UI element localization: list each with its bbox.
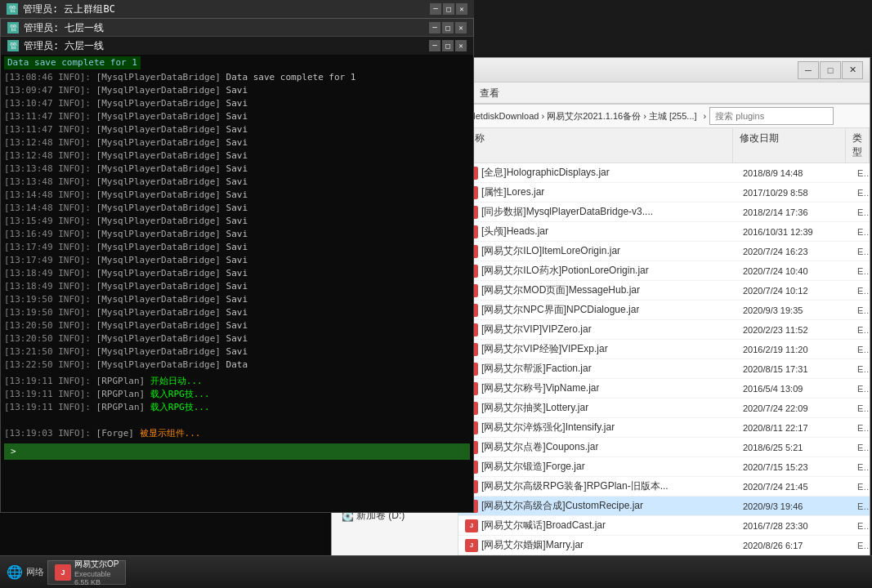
table-row[interactable]: J[网易艾尔NPC界面]NPCDialogue.jar2020/9/3 19:3…: [458, 301, 870, 320]
table-row[interactable]: J[网易艾尔喊话]BroadCast.jar2016/7/28 23:30Exe…: [458, 516, 870, 536]
file-type-cell: Executable Jar File: [851, 225, 870, 239]
terminal2-titlebar[interactable]: 管 管理员: 七层一线 ─ □ ✕: [1, 19, 473, 37]
table-row[interactable]: J[网易艾尔VIP]VIPZero.jar2020/2/23 11:52Exec…: [458, 320, 870, 340]
file-list: 名称 修改日期 类型 J[全息]HolographicDisplays.jar2…: [458, 128, 870, 569]
terminal3-titlebar[interactable]: 管 管理员: 六层一线 ─ □ ✕: [1, 37, 473, 55]
terminal-main-title: 管理员: 云上群组BC: [23, 2, 115, 16]
file-name-cell: J[网易艾尔MOD页面]MessageHub.jar: [458, 281, 736, 300]
file-date-cell: 2020/2/23 11:52: [736, 323, 851, 337]
table-row[interactable]: J[网易艾尔淬炼强化]Intensify.jar2020/8/11 22:17E…: [458, 418, 870, 438]
t3-close[interactable]: ✕: [455, 40, 467, 51]
table-row[interactable]: J[网易艾尔锻造]Forge.jar2020/7/15 15:23Executa…: [458, 457, 870, 477]
terminal2-title: 管理员: 七层一线: [24, 21, 104, 35]
file-type-cell: Executable Jar File: [851, 264, 870, 278]
file-name-text: [网易艾尔婚姻]Marry.jar: [481, 538, 584, 552]
table-row[interactable]: J[网易艾尔MOD页面]MessageHub.jar2020/7/24 10:1…: [458, 281, 870, 301]
file-name-text: [网易艾尔高级RPG装备]RPGPlan-旧版本...: [481, 479, 669, 493]
file-date-cell: 2018/8/9 14:48: [736, 166, 851, 180]
explorer-minimize-btn[interactable]: ─: [798, 61, 819, 79]
table-row[interactable]: J[全息]HolographicDisplays.jar2018/8/9 14:…: [458, 163, 870, 183]
file-name-text: [网易艾尔MOD页面]MessageHub.jar: [481, 283, 640, 297]
file-type-cell: Executable Jar File: [851, 166, 870, 180]
file-date-cell: 2016/2/19 11:20: [736, 342, 851, 357]
file-name-cell: J[网易艾尔帮派]Faction.jar: [458, 359, 736, 378]
col-header-date[interactable]: 修改日期: [733, 128, 846, 163]
taskbar-java-btn[interactable]: J 网易艾尔OP Executable 6.55 KB: [47, 560, 126, 585]
tab-view[interactable]: 查看: [467, 82, 512, 104]
file-date-cell: 2016/5/4 13:09: [736, 381, 851, 396]
table-row[interactable]: J[网易艾尔帮派]Faction.jar2020/8/15 17:31Execu…: [458, 359, 870, 379]
file-date-cell: 2017/10/29 8:58: [736, 185, 851, 200]
table-row[interactable]: J[网易艾尔婚姻]Marry.jar2020/8/26 6:17Executab…: [458, 536, 870, 555]
file-date-cell: 2020/8/11 22:17: [736, 421, 851, 435]
t2-close[interactable]: ✕: [455, 22, 467, 33]
file-name-text: [头颅]Heads.jar: [481, 225, 548, 238]
maximize-btn[interactable]: □: [443, 3, 454, 15]
file-name-text: [网易艾尔ILO]ItemLoreOrigin.jar: [481, 244, 620, 258]
explorer-close-btn[interactable]: ✕: [842, 61, 863, 79]
terminal2-icon: 管: [7, 22, 19, 33]
file-name-cell: J[网易艾尔ILO药水]PotionLoreOrigin.jar: [458, 261, 736, 280]
file-date-cell: 2018/2/14 17:36: [736, 205, 851, 220]
terminal3-icon: 管: [7, 40, 19, 51]
table-row[interactable]: J[网易艾尔ILO药水]PotionLoreOrigin.jar2020/7/2…: [458, 261, 870, 281]
network-label: 网络: [26, 566, 44, 578]
terminal-main-titlebar[interactable]: 管 管理员: 云上群组BC ─ □ ✕: [0, 0, 474, 18]
file-name-cell: J[网易艾尔高级合成]CustomRecipe.jar: [458, 497, 736, 515]
t3-maximize[interactable]: □: [442, 40, 454, 51]
table-row[interactable]: J[网易艾尔ILO]ItemLoreOrigin.jar2020/7/24 16…: [458, 242, 870, 261]
table-row[interactable]: J[网易艾尔高级RPG装备]RPGPlan-旧版本...2020/7/24 21…: [458, 477, 870, 497]
terminal2-controls: ─ □ ✕: [429, 22, 467, 33]
t3-minimize[interactable]: ─: [429, 40, 440, 51]
java-item-label: 网易艾尔OP: [74, 559, 119, 570]
col-header-name[interactable]: 名称: [458, 128, 733, 163]
file-name-cell: J[属性]Lores.jar: [458, 183, 736, 202]
file-type-cell: Executable Jar File: [851, 205, 870, 220]
table-row[interactable]: J[头颅]Heads.jar2016/10/31 12:39Executable…: [458, 222, 870, 242]
file-type-cell: Executable Jar File: [851, 519, 870, 533]
file-name-text: [网易艾尔ILO药水]PotionLoreOrigin.jar: [481, 264, 649, 278]
file-type-cell: Executable Jar File: [851, 323, 870, 337]
minimize-btn[interactable]: ─: [430, 3, 441, 15]
t2-minimize[interactable]: ─: [429, 22, 440, 33]
file-type-cell: Executable Jar File: [851, 244, 870, 259]
table-row[interactable]: J[网易艾尔称号]VipName.jar2016/5/4 13:09Execut…: [458, 379, 870, 399]
file-name-cell: J[网易艾尔VIP经验]VIPExp.jar: [458, 340, 736, 359]
file-type-cell: Executable Jar File: [851, 440, 870, 455]
table-row[interactable]: J[网易艾尔高级合成]CustomRecipe.jar2020/9/3 19:4…: [458, 497, 870, 516]
table-row[interactable]: J[网易艾尔抽奖]Lottery.jar2020/7/24 22:09Execu…: [458, 399, 870, 418]
file-date-cell: 2020/8/26 6:17: [736, 538, 851, 553]
taskbar-java-info: 网易艾尔OP Executable 6.55 KB: [74, 559, 119, 586]
file-name-text: [网易艾尔VIP经验]VIPExp.jar: [481, 342, 608, 356]
table-row[interactable]: J[网易艾尔点卷]Coupons.jar2018/6/25 5:21Execut…: [458, 438, 870, 457]
close-btn[interactable]: ✕: [456, 3, 467, 15]
file-name-cell: J[网易艾尔VIP]VIPZero.jar: [458, 320, 736, 339]
file-date-cell: 2020/9/3 19:35: [736, 303, 851, 318]
file-type-cell: Executable Jar File: [851, 303, 870, 318]
file-name-text: [网易艾尔喊话]BroadCast.jar: [481, 519, 606, 532]
t2-maximize[interactable]: □: [442, 22, 454, 33]
file-date-cell: 2020/7/24 22:09: [736, 401, 851, 416]
col-header-type[interactable]: 类型: [846, 128, 870, 163]
taskbar: 🌐 网络 J 网易艾尔OP Executable 6.55 KB: [0, 555, 872, 588]
file-name-text: [网易艾尔点卷]Coupons.jar: [481, 440, 598, 454]
file-name-text: [网易艾尔NPC界面]NPCDialogue.jar: [481, 303, 639, 317]
search-input[interactable]: [709, 107, 834, 125]
table-row[interactable]: J[网易艾尔VIP经验]VIPExp.jar2016/2/19 11:20Exe…: [458, 340, 870, 359]
explorer-maximize-btn[interactable]: □: [820, 61, 841, 79]
file-name-text: [网易艾尔锻造]Forge.jar: [481, 460, 585, 474]
terminal-content: Data save complete for 1 [13:08:46 INFO]…: [1, 55, 473, 512]
file-type-cell: Executable Jar File: [851, 401, 870, 416]
file-type-cell: Executable Jar File: [851, 362, 870, 376]
file-name-cell: J[网易艾尔点卷]Coupons.jar: [458, 438, 736, 457]
table-row[interactable]: J[同步数据]MysqlPlayerDataBridge-v3....2018/…: [458, 203, 870, 222]
file-name-text: [属性]Lores.jar: [481, 185, 544, 199]
file-type-cell: Executable Jar File: [851, 283, 870, 298]
file-name-cell: J[网易艾尔抽奖]Lottery.jar: [458, 399, 736, 417]
file-name-cell: J[网易艾尔NPC界面]NPCDialogue.jar: [458, 301, 736, 319]
jar-icon: J: [465, 539, 478, 552]
java-item-sublabel: Executable: [74, 570, 119, 578]
file-name-text: [网易艾尔淬炼强化]Intensify.jar: [481, 421, 615, 434]
table-row[interactable]: J[属性]Lores.jar2017/10/29 8:58Executable …: [458, 183, 870, 203]
file-date-cell: 2020/7/24 16:23: [736, 244, 851, 259]
